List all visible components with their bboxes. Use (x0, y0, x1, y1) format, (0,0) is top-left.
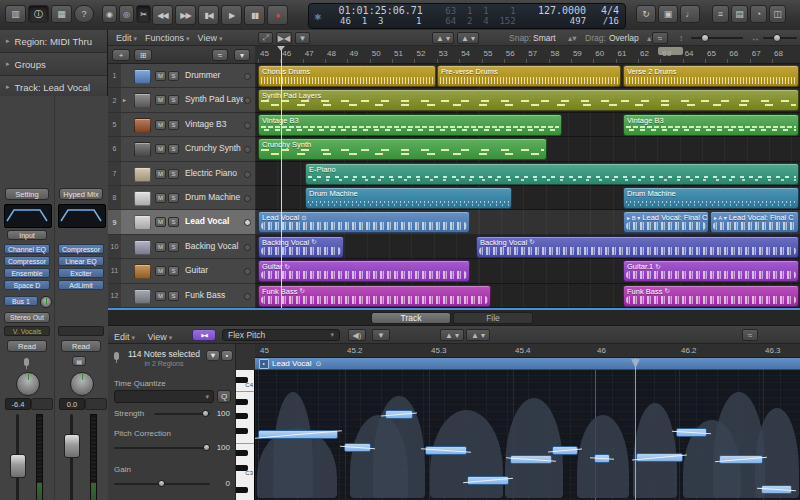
mute-button[interactable]: M (155, 169, 166, 179)
flex-pitch-note[interactable] (510, 455, 552, 464)
track-zoom-waveform-button[interactable]: ≈ (212, 49, 228, 61)
output-slot[interactable]: Stereo Out (4, 312, 50, 323)
region-lead-vocal-final-c[interactable]: ▸ A ▾Lead Vocal: Final C (710, 211, 799, 233)
flex-pitch-note[interactable] (552, 446, 578, 455)
region-backing-vocal[interactable]: Backing Vocal↻ (476, 236, 799, 258)
flex-toggle-button[interactable]: ▶◀ (192, 329, 216, 341)
track-header-row-synth-pad-layers[interactable]: 2▸MSSynth Pad Layers (108, 88, 255, 112)
autopunch-icon[interactable]: ▣ (658, 5, 678, 23)
mute-button[interactable]: M (155, 193, 166, 203)
flex-pitch-note[interactable] (636, 453, 683, 462)
catch-button[interactable]: ▼ (206, 350, 220, 361)
region-funk-bass[interactable]: Funk Bass↻ (623, 285, 799, 307)
editor-playhead[interactable] (635, 358, 636, 500)
view-menu[interactable]: View (198, 33, 223, 43)
stop-button[interactable]: ▮◀ (198, 5, 219, 25)
record-enable-icon[interactable] (244, 171, 251, 178)
region-vintage-b3[interactable]: Vintage B3 (623, 114, 799, 136)
black-key[interactable] (236, 487, 248, 493)
play-button[interactable]: ▶ (221, 5, 242, 25)
plugin-slot-linear-eq[interactable]: Linear EQ (58, 256, 104, 266)
mute-button[interactable]: M (155, 242, 166, 252)
region-lead-vocal[interactable]: Lead Vocal⊙ (258, 211, 470, 233)
tools-icon[interactable]: ✂ (136, 5, 151, 23)
browsers-icon[interactable]: ◫ (769, 5, 786, 23)
flex-mode-select[interactable]: Flex Pitch (222, 329, 340, 341)
editor-region-header[interactable]: ▸ Lead Vocal ⊙ (255, 358, 800, 370)
flex-pitch-note[interactable] (594, 454, 610, 463)
region-funk-bass[interactable]: Funk Bass↻ (258, 285, 491, 307)
send-slot[interactable]: Bus 1 (4, 296, 38, 306)
volume-value-left[interactable]: -6.4 (5, 398, 31, 410)
solo-button[interactable]: S (168, 144, 179, 154)
pitch-correction-slider[interactable] (114, 447, 210, 449)
vertical-zoom-handle[interactable] (701, 34, 709, 42)
record-enable-icon[interactable] (244, 293, 251, 300)
forward-button[interactable]: ▶▶ (175, 5, 196, 25)
flex-pitch-note[interactable] (385, 410, 413, 419)
region-lead-vocal-final-co[interactable]: ▸ B ▾Lead Vocal: Final Co (623, 211, 709, 233)
disclosure-icon[interactable]: ▸ (123, 96, 126, 103)
solo-button[interactable]: S (168, 217, 179, 227)
plugin-slot-compressor[interactable]: Compressor (4, 256, 50, 266)
editor-command-tool[interactable]: ▲ ▾ (466, 329, 490, 341)
smart-controls-icon[interactable]: ◎ (119, 5, 134, 23)
vca-slot[interactable]: V. Vocals (4, 326, 50, 336)
black-key[interactable] (236, 399, 248, 405)
pause-button[interactable]: ▮▮ (244, 5, 265, 25)
flex-pitch-note[interactable] (467, 476, 509, 485)
gain-handle[interactable] (158, 480, 165, 487)
track-filter-icon[interactable]: ▼ (295, 32, 310, 44)
region-guitar-1[interactable]: Guitar.1↻ (623, 260, 799, 282)
mute-button[interactable]: M (155, 217, 166, 227)
record-enable-icon[interactable] (244, 146, 251, 153)
record-enable-icon[interactable] (244, 97, 251, 104)
cycle-icon[interactable]: ↻ (636, 5, 656, 23)
functions-menu[interactable]: Functions (145, 33, 190, 43)
record-enable-icon[interactable] (244, 122, 251, 129)
plugin-slot-space-d[interactable]: Space D (4, 280, 50, 290)
vertical-zoom-slider[interactable] (691, 37, 743, 39)
catch-playhead-icon[interactable]: ⤢ (258, 32, 273, 44)
add-track-button[interactable]: + (112, 49, 130, 61)
region-play-icon[interactable]: ▸ (259, 359, 269, 369)
pan-knob-left[interactable] (16, 372, 40, 396)
region-chorus-drums[interactable]: Chorus Drums (258, 65, 436, 87)
lcd-time-position[interactable]: 01:01:25:06.71 46 1 3 1 (326, 6, 435, 26)
flex-pitch-note[interactable] (425, 446, 467, 455)
drag-select[interactable]: Overlap (609, 33, 639, 43)
mute-button[interactable]: M (155, 144, 166, 154)
solo-button[interactable]: S (168, 242, 179, 252)
lcd-gear-icon[interactable]: ✱ (309, 10, 326, 23)
bar-ruler[interactable]: 4546474849505152535455565758596061626364… (255, 46, 800, 64)
solo-button[interactable]: S (168, 120, 179, 130)
playhead-handle[interactable] (277, 46, 285, 51)
track-header-row-electric-piano[interactable]: 7MSElectric Piano (108, 162, 255, 186)
mute-button[interactable]: M (155, 120, 166, 130)
editor-view-menu[interactable]: View (147, 332, 172, 342)
solo-button[interactable]: S (168, 169, 179, 179)
plugin-slot-ensemble[interactable]: Ensemble (4, 268, 50, 278)
track-header-row-vintage-b3[interactable]: 5MSVintage B3 (108, 113, 255, 137)
track-lanes[interactable]: Chorus DrumsPre-verse DrumsVerse 2 Drums… (255, 64, 800, 308)
editor-waveform-zoom-button[interactable]: ≈ (742, 329, 758, 341)
black-key[interactable] (236, 428, 248, 434)
snap-select[interactable]: Smart (533, 33, 556, 43)
rewind-button[interactable]: ◀◀ (152, 5, 173, 25)
record-enable-icon[interactable] (244, 195, 251, 202)
playhead[interactable] (281, 46, 282, 308)
mute-button[interactable]: M (155, 291, 166, 301)
solo-button[interactable]: S (168, 266, 179, 276)
input-slot[interactable]: Input (7, 230, 47, 240)
track-header-row-crunchy-synth[interactable]: 6MSCrunchy Synth (108, 137, 255, 161)
record-enable-icon[interactable] (244, 268, 251, 275)
region-crunchy-synth[interactable]: Crunchy Synth (258, 138, 547, 160)
track-header-options-button[interactable]: ▾ (234, 49, 250, 61)
flex-pitch-note[interactable] (344, 443, 371, 452)
mute-button[interactable]: M (155, 71, 166, 81)
editor-edit-menu[interactable]: Edit (114, 332, 135, 342)
track-header-row-lead-vocal[interactable]: 9MSLead Vocal (108, 210, 255, 234)
snap-arrows-icon[interactable]: ▴▾ (568, 33, 577, 43)
region-synth-pad-layers[interactable]: Synth Pad Layers (258, 89, 799, 111)
duplicate-track-button[interactable]: ⊞ (134, 49, 152, 61)
